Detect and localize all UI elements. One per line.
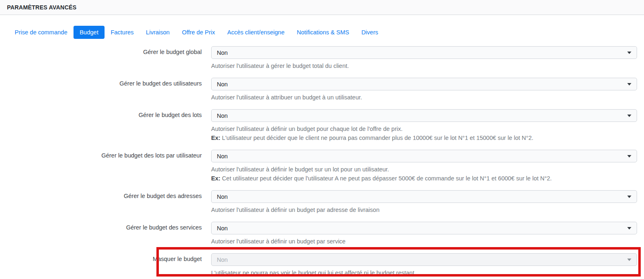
page-header: PARAMÈTRES AVANCÉS (0, 0, 644, 15)
field-content: Non L'utilisateur ne pourra pas voir le … (211, 253, 644, 277)
example-body: L'utilisateur peut décider que le client… (221, 135, 533, 141)
help-text: Autoriser l'utilisateur à définir un bud… (211, 237, 637, 246)
select-g-rer-le-budget-des-services[interactable]: Non (211, 222, 637, 234)
form-row-g-rer-le-budget-des-utilisateurs: Gérer le budget des utilisateurs Non Aut… (0, 78, 644, 102)
field-label: Gérer le budget des lots (0, 109, 211, 142)
field-label: Gérer le budget global (0, 46, 211, 70)
field-content: Non Autoriser l'utilisateur à définir un… (211, 222, 644, 246)
select-g-rer-le-budget-des-lots[interactable]: Non (211, 109, 637, 122)
select-value: Non (217, 81, 228, 88)
field-label: Gérer le budget des adresses (0, 190, 211, 214)
select-value: Non (217, 194, 228, 200)
form-row-g-rer-le-budget-des-services: Gérer le budget des services Non Autoris… (0, 222, 644, 246)
form-row-masquer-le-budget: Masquer le budget Non L'utilisateur ne p… (0, 253, 644, 277)
select-value: Non (217, 112, 228, 119)
help-text: Autoriser l'utilisateur à gérer le budge… (211, 62, 637, 70)
field-content: Non Autoriser l'utilisateur à gérer le b… (211, 46, 644, 70)
chevron-down-icon (627, 227, 631, 230)
field-label: Gérer le budget des lots par utilisateur (0, 150, 211, 183)
select-masquer-le-budget: Non (211, 253, 637, 266)
tab-livraison[interactable]: Livraison (140, 26, 176, 39)
chevron-down-icon (627, 115, 631, 117)
select-g-rer-le-budget-des-lots-par-utilisateur[interactable]: Non (211, 150, 637, 162)
select-value: Non (217, 225, 228, 232)
select-g-rer-le-budget-des-adresses[interactable]: Non (211, 190, 637, 203)
settings-form: Gérer le budget global Non Autoriser l'u… (0, 46, 644, 277)
page-title: PARAMÈTRES AVANCÉS (7, 4, 76, 11)
example-text: Ex: L'utilisateur peut décider que le cl… (211, 133, 637, 142)
help-text: Autoriser l'utilisateur à attribuer un b… (211, 93, 637, 102)
tab-divers[interactable]: Divers (355, 26, 384, 39)
field-content: Non Autoriser l'utilisateur à définir un… (211, 109, 644, 142)
form-row-g-rer-le-budget-des-lots: Gérer le budget des lots Non Autoriser l… (0, 109, 644, 142)
example-prefix: Ex: (211, 175, 221, 182)
tab-offre-de-prix[interactable]: Offre de Prix (176, 26, 221, 39)
select-g-rer-le-budget-global[interactable]: Non (211, 46, 637, 59)
tab-budget[interactable]: Budget (74, 26, 105, 39)
field-label: Gérer le budget des utilisateurs (0, 78, 211, 102)
field-label: Masquer le budget (0, 253, 211, 277)
select-g-rer-le-budget-des-utilisateurs[interactable]: Non (211, 78, 637, 90)
example-body: Cet utilisateur peut décider que l'utili… (221, 175, 552, 182)
tab-factures[interactable]: Factures (105, 26, 140, 39)
chevron-down-icon (627, 52, 631, 54)
help-text: L'utilisateur ne pourra pas voir le budg… (211, 269, 637, 277)
chevron-down-icon (627, 259, 631, 261)
field-content: Non Autoriser l'utilisateur à définir un… (211, 190, 644, 214)
help-text: Autoriser l'utilisateur à définir un bud… (211, 125, 637, 133)
tab-acc-s-client-enseigne[interactable]: Accès client/enseigne (221, 26, 291, 39)
form-row-g-rer-le-budget-global: Gérer le budget global Non Autoriser l'u… (0, 46, 644, 70)
help-text: Autoriser l'utilisateur à définir un bud… (211, 206, 637, 214)
help-text: Autoriser l'utilisateur à définir le bud… (211, 165, 637, 174)
field-content: Non Autoriser l'utilisateur à définir le… (211, 150, 644, 183)
select-value: Non (217, 256, 228, 263)
chevron-down-icon (627, 83, 631, 86)
tab-notifications-sms[interactable]: Notifications & SMS (291, 26, 355, 39)
field-label: Gérer le budget des services (0, 222, 211, 246)
chevron-down-icon (627, 196, 631, 198)
select-value: Non (217, 153, 228, 160)
example-text: Ex: Cet utilisateur peut décider que l'u… (211, 174, 637, 183)
form-row-g-rer-le-budget-des-adresses: Gérer le budget des adresses Non Autoris… (0, 190, 644, 214)
tab-prise-de-commande[interactable]: Prise de commande (9, 26, 74, 39)
select-value: Non (217, 50, 228, 56)
example-prefix: Ex: (211, 135, 221, 141)
tab-bar: Prise de commandeBudgetFacturesLivraison… (9, 26, 644, 39)
form-row-g-rer-le-budget-des-lots-par-utilisateur: Gérer le budget des lots par utilisateur… (0, 150, 644, 183)
field-content: Non Autoriser l'utilisateur à attribuer … (211, 78, 644, 102)
chevron-down-icon (627, 155, 631, 158)
